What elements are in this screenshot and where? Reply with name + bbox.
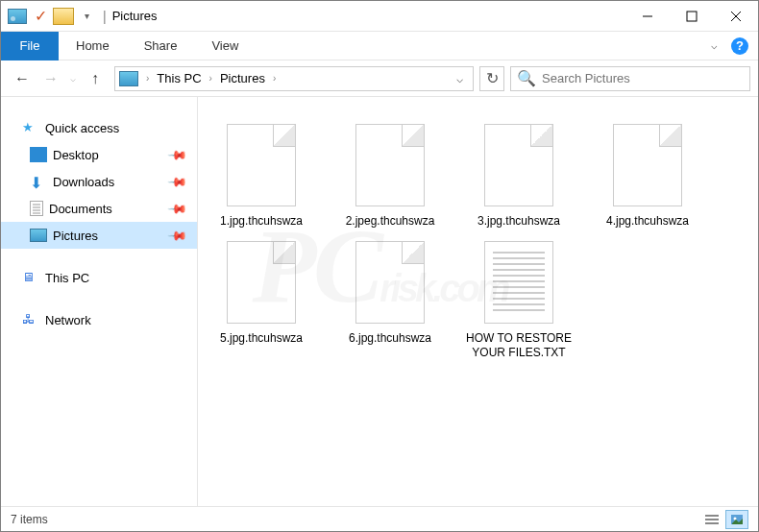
sidebar-item-pictures[interactable]: Pictures 📌 [1,222,197,249]
blank-file-icon [355,124,425,206]
minimize-button[interactable] [625,1,670,32]
close-button[interactable] [714,1,758,32]
file-item[interactable]: 2.jpeg.thcuhswza [332,120,448,233]
sidebar-item-label: Desktop [53,148,99,162]
breadcrumb-pictures[interactable]: Pictures [216,71,269,85]
pictures-icon [30,229,47,242]
star-icon: ★ [22,120,39,135]
address-dropdown-icon[interactable]: ⌵ [451,72,469,85]
sidebar-item-label: Pictures [53,229,98,243]
network-icon: 🖧 [22,312,39,327]
sidebar-item-label: Downloads [53,175,114,189]
navigation-pane: ★ Quick access Desktop 📌 ⬇ Downloads 📌 D… [1,97,198,506]
recent-dropdown-icon[interactable]: ⌵ [66,65,80,92]
file-name: HOW TO RESTORE YOUR FILES.TXT [465,331,573,361]
chevron-right-icon[interactable]: › [206,73,216,84]
search-icon: 🔍 [517,69,536,87]
navbar: ← → ⌵ ↑ › This PC › Pictures › ⌵ ↻ 🔍 [1,60,758,97]
qat-app-icon[interactable] [7,6,28,27]
file-item[interactable]: 3.jpg.thcuhswza [461,120,576,233]
search-input[interactable] [542,71,744,85]
file-name: 5.jpg.thcuhswza [220,331,303,347]
ribbon-expand-icon[interactable]: ⌵ [707,36,722,56]
pin-icon: 📌 [167,198,188,219]
blank-file-icon [613,124,682,206]
download-icon: ⬇ [30,174,47,189]
chevron-right-icon[interactable]: › [142,73,153,84]
file-name: 4.jpg.thcuhswza [606,214,689,230]
address-bar[interactable]: › This PC › Pictures › ⌵ [114,66,474,91]
sidebar-item-desktop[interactable]: Desktop 📌 [1,141,197,168]
thumbnails-view-button[interactable] [725,510,748,529]
svg-rect-6 [705,522,719,524]
file-item[interactable]: 4.jpg.thcuhswza [590,120,705,233]
blank-file-icon [355,241,425,324]
qat-dropdown-icon[interactable]: ▾ [76,6,97,27]
file-tab[interactable]: File [1,32,59,60]
pin-icon: 📌 [167,144,188,165]
tab-home[interactable]: Home [59,32,127,60]
network-label: Network [45,313,91,327]
qat-properties-icon[interactable]: ✓ [30,6,51,27]
svg-rect-1 [687,12,697,21]
item-count: 7 items [11,513,48,526]
sidebar-item-label: Documents [49,202,112,216]
blank-file-icon [227,124,296,206]
status-bar: 7 items [1,506,758,531]
this-pc-label: This PC [45,271,89,285]
content-area: ★ Quick access Desktop 📌 ⬇ Downloads 📌 D… [1,97,758,506]
tab-share[interactable]: Share [127,32,195,60]
svg-rect-5 [705,519,719,520]
explorer-window: ✓ ▾ | Pictures File Home Share View ⌵ ? … [0,0,759,532]
this-pc-node[interactable]: 🖥 This PC [1,264,197,291]
file-list[interactable]: 1.jpg.thcuhswza2.jpeg.thcuhswza3.jpg.thc… [198,97,758,506]
title-separator: | [103,9,107,24]
pin-icon: 📌 [167,171,188,192]
documents-icon [30,201,43,216]
file-name: 1.jpg.thcuhswza [220,214,303,230]
window-controls [625,1,758,32]
breadcrumb-this-pc[interactable]: This PC [153,71,205,85]
quick-access-label: Quick access [45,121,119,135]
help-button[interactable]: ? [731,37,748,55]
sidebar-item-downloads[interactable]: ⬇ Downloads 📌 [1,168,197,195]
blank-file-icon [484,124,553,206]
file-item[interactable]: 5.jpg.thcuhswza [204,237,319,365]
pin-icon: 📌 [167,225,188,246]
up-button[interactable]: ↑ [82,65,109,92]
refresh-button[interactable]: ↻ [479,66,504,91]
this-pc-icon: 🖥 [22,270,39,285]
file-item[interactable]: 6.jpg.thcuhswza [332,237,448,365]
maximize-button[interactable] [670,1,714,32]
file-item[interactable]: HOW TO RESTORE YOUR FILES.TXT [461,237,576,365]
sidebar-item-documents[interactable]: Documents 📌 [1,195,197,222]
file-name: 3.jpg.thcuhswza [477,214,560,230]
file-item[interactable]: 1.jpg.thcuhswza [204,120,319,233]
qat-folder-icon[interactable] [53,6,74,27]
search-box[interactable]: 🔍 [510,66,750,91]
text-file-icon [484,241,553,324]
quick-access-toolbar: ✓ ▾ [1,6,97,27]
file-name: 6.jpg.thcuhswza [349,331,431,347]
quick-access-node[interactable]: ★ Quick access [1,114,197,141]
details-view-button[interactable] [700,510,723,529]
chevron-right-icon[interactable]: › [269,73,280,84]
blank-file-icon [227,241,296,324]
file-name: 2.jpeg.thcuhswza [346,214,435,230]
svg-rect-4 [705,515,719,517]
window-title: Pictures [112,9,158,23]
desktop-icon [30,147,47,162]
forward-button[interactable]: → [37,65,64,92]
location-icon [119,71,138,86]
network-node[interactable]: 🖧 Network [1,306,197,333]
tab-view[interactable]: View [194,32,256,60]
back-button[interactable]: ← [9,65,36,92]
titlebar: ✓ ▾ | Pictures [1,1,758,32]
ribbon-tabs: File Home Share View ⌵ ? [1,32,758,60]
